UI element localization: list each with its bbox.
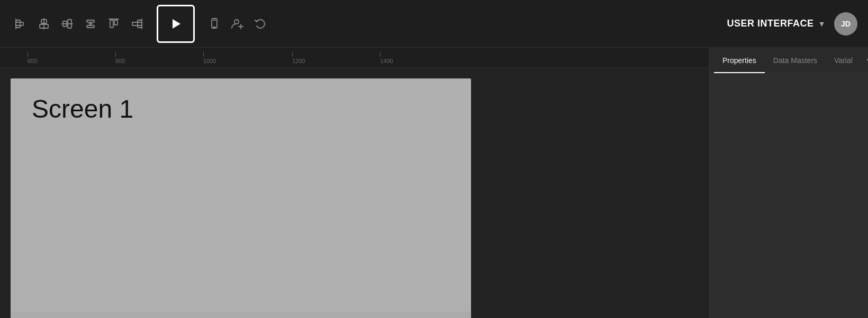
play-preview-button[interactable]	[157, 5, 195, 43]
distribute-v-icon[interactable]	[80, 14, 101, 34]
add-user-icon[interactable]	[228, 14, 248, 34]
project-title: USER INTERFACE	[727, 18, 814, 29]
svg-rect-14	[114, 20, 117, 25]
ruler-mark-1000: 1000	[203, 58, 216, 64]
canvas-area: 600 800 1000 1200 1400 Screen 1	[0, 48, 709, 318]
toolbar: USER INTERFACE ▼ JD	[0, 0, 868, 48]
toolbar-tools	[11, 5, 727, 43]
main-area: 600 800 1000 1200 1400 Screen 1	[0, 48, 868, 318]
svg-rect-17	[132, 22, 142, 25]
ruler-mark-600: 600	[28, 58, 37, 64]
undo-icon[interactable]	[251, 14, 271, 34]
screen-label: Screen 1	[32, 94, 133, 123]
right-panel: Properties Data Masters Varial ▼	[709, 48, 868, 318]
project-name-button[interactable]: USER INTERFACE ▼	[727, 18, 826, 29]
ruler-mark-1200: 1200	[292, 58, 305, 64]
svg-rect-1	[16, 22, 23, 25]
align-left-edge-icon[interactable]	[11, 14, 31, 34]
tab-properties[interactable]: Properties	[714, 48, 765, 73]
svg-rect-13	[110, 20, 113, 28]
tab-variables[interactable]: Varial	[826, 48, 861, 73]
svg-point-23	[234, 20, 239, 24]
toolbar-right: USER INTERFACE ▼ JD	[727, 12, 857, 36]
svg-marker-19	[173, 19, 180, 29]
user-avatar[interactable]: JD	[834, 12, 857, 36]
device-preview-icon[interactable]	[204, 14, 224, 34]
ruler-mark-1400: 1400	[380, 58, 393, 64]
svg-rect-16	[138, 20, 142, 28]
canvas-content[interactable]: Screen 1	[0, 68, 709, 318]
align-top-icon[interactable]	[104, 14, 124, 34]
project-chevron-icon: ▼	[818, 20, 826, 28]
panel-tabs: Properties Data Masters Varial ▼	[710, 48, 868, 73]
panel-body	[710, 73, 868, 318]
svg-rect-0	[16, 20, 20, 28]
tab-data-masters[interactable]: Data Masters	[765, 48, 826, 73]
align-right-icon[interactable]	[127, 14, 147, 34]
ruler: 600 800 1000 1200 1400	[0, 48, 709, 68]
screen-frame[interactable]: Screen 1	[11, 78, 471, 318]
screen-bottom-strip	[11, 312, 471, 318]
ruler-mark-800: 800	[115, 58, 125, 64]
align-middle-v-icon[interactable]	[57, 14, 77, 34]
align-center-h-icon[interactable]	[34, 14, 54, 34]
panel-tabs-more-icon[interactable]: ▼	[861, 56, 868, 65]
